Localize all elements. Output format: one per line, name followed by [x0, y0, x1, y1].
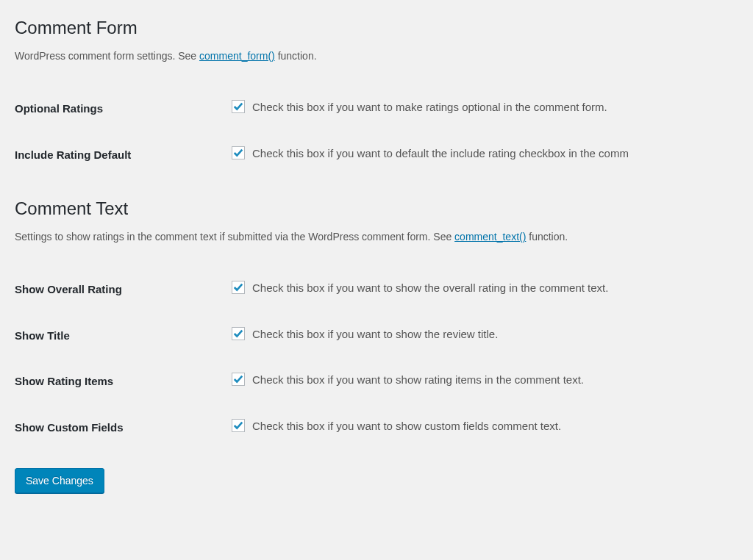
show-title-desc: Check this box if you want to show the r… — [252, 326, 498, 343]
desc-text-after: function. — [526, 231, 568, 243]
save-changes-button[interactable]: Save Changes — [15, 468, 104, 493]
check-icon — [233, 148, 243, 158]
show-title-row: Show Title Check this box if you want to… — [15, 313, 738, 359]
desc-text-before: WordPress comment form settings. See — [15, 50, 199, 62]
show-rating-items-row: Show Rating Items Check this box if you … — [15, 359, 738, 405]
optional-ratings-desc: Check this box if you want to make ratin… — [252, 99, 607, 116]
desc-text-before: Settings to show ratings in the comment … — [15, 231, 454, 243]
comment-form-table: Optional Ratings Check this box if you w… — [15, 86, 738, 178]
check-icon — [233, 329, 243, 339]
comment-form-heading: Comment Form — [15, 15, 738, 41]
optional-ratings-row: Optional Ratings Check this box if you w… — [15, 86, 738, 132]
include-rating-default-checkbox[interactable] — [232, 146, 245, 159]
show-custom-fields-checkbox[interactable] — [232, 419, 245, 432]
show-overall-rating-label: Show Overall Rating — [15, 267, 232, 313]
check-icon — [233, 420, 243, 431]
show-overall-rating-checkbox[interactable] — [232, 281, 245, 294]
include-rating-default-row: Include Rating Default Check this box if… — [15, 132, 738, 179]
show-overall-rating-row: Show Overall Rating Check this box if yo… — [15, 267, 738, 313]
show-custom-fields-label: Show Custom Fields — [15, 405, 232, 451]
comment-text-desc: Settings to show ratings in the comment … — [15, 229, 738, 245]
show-custom-fields-row: Show Custom Fields Check this box if you… — [15, 405, 738, 451]
comment-form-desc: WordPress comment form settings. See com… — [15, 49, 738, 64]
desc-text-after: function. — [275, 50, 317, 62]
optional-ratings-checkbox[interactable] — [232, 100, 245, 113]
include-rating-default-label: Include Rating Default — [15, 132, 232, 179]
check-icon — [233, 101, 243, 112]
show-rating-items-checkbox[interactable] — [232, 373, 245, 386]
optional-ratings-label: Optional Ratings — [15, 86, 232, 132]
show-overall-rating-desc: Check this box if you want to show the o… — [252, 280, 608, 297]
show-title-label: Show Title — [15, 313, 232, 359]
check-icon — [233, 374, 243, 384]
comment-text-heading: Comment Text — [15, 195, 738, 222]
show-rating-items-label: Show Rating Items — [15, 359, 232, 405]
include-rating-default-desc: Check this box if you want to default th… — [252, 146, 629, 162]
show-rating-items-desc: Check this box if you want to show ratin… — [252, 372, 584, 389]
show-title-checkbox[interactable] — [232, 327, 245, 340]
check-icon — [233, 282, 243, 292]
comment-text-table: Show Overall Rating Check this box if yo… — [15, 267, 738, 450]
comment-form-link[interactable]: comment_form() — [199, 50, 275, 62]
show-custom-fields-desc: Check this box if you want to show custo… — [252, 418, 561, 435]
comment-text-link[interactable]: comment_text() — [454, 231, 526, 243]
